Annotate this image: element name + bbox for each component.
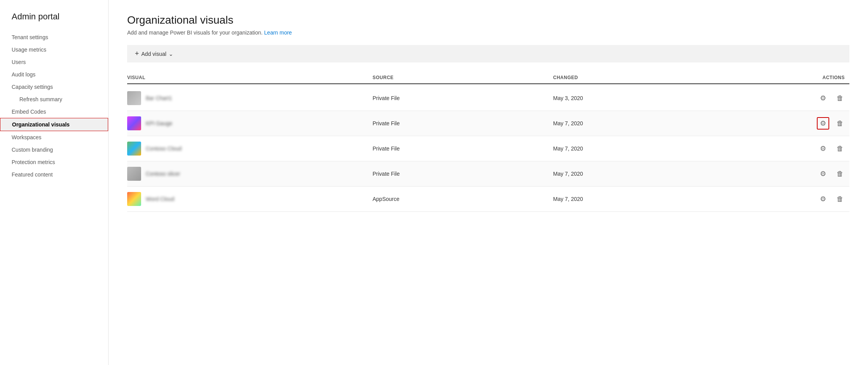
table-row: Contoso slicerPrivate FileMay 7, 2020⚙🗑 <box>127 161 849 187</box>
plus-icon: + <box>135 50 139 58</box>
sidebar-item-users[interactable]: Users <box>0 56 108 68</box>
sidebar-item-custom-branding[interactable]: Custom branding <box>0 144 108 156</box>
settings-button[interactable]: ⚙ <box>817 117 829 130</box>
table-row: Bar Chart1Private FileMay 3, 2020⚙🗑 <box>127 86 849 111</box>
source-cell: Private File <box>368 171 549 177</box>
header-changed: CHANGED <box>549 75 729 80</box>
delete-button[interactable]: 🗑 <box>834 168 846 180</box>
content-area: Organizational visuals Add and manage Po… <box>109 0 868 365</box>
visual-cell: Contoso slicer <box>127 167 368 181</box>
delete-button[interactable]: 🗑 <box>834 117 846 130</box>
toolbar: + Add visual ⌄ <box>127 45 849 62</box>
sidebar-item-workspaces[interactable]: Workspaces <box>0 131 108 144</box>
visual-icon <box>127 192 141 206</box>
actions-cell: ⚙🗑 <box>729 92 850 104</box>
actions-cell: ⚙🗑 <box>729 168 850 180</box>
sidebar-item-featured-content[interactable]: Featured content <box>0 168 108 181</box>
visual-cell: Contoso Cloud <box>127 142 368 156</box>
sidebar-item-audit-logs[interactable]: Audit logs <box>0 68 108 81</box>
learn-more-link[interactable]: Learn more <box>264 29 292 36</box>
source-cell: AppSource <box>368 196 549 202</box>
table-row: KPI GaugePrivate FileMay 7, 2020⚙🗑 <box>127 111 849 136</box>
visual-icon <box>127 142 141 156</box>
main-content: Admin portal Tenant settingsUsage metric… <box>0 0 868 365</box>
visual-icon <box>127 116 141 130</box>
sidebar-title: Admin portal <box>0 8 108 31</box>
changed-cell: May 7, 2020 <box>549 145 729 152</box>
header-actions: ACTIONS <box>729 75 850 80</box>
add-visual-button[interactable]: + Add visual ⌄ <box>135 50 173 58</box>
header-visual: VISUAL <box>127 75 368 80</box>
add-visual-label: Add visual <box>142 51 167 57</box>
visual-name: Contoso slicer <box>146 171 180 177</box>
sidebar-item-capacity-settings[interactable]: Capacity settings <box>0 81 108 93</box>
sidebar-item-embed-codes[interactable]: Embed Codes <box>0 106 108 118</box>
delete-button[interactable]: 🗑 <box>834 142 846 155</box>
sidebar: Admin portal Tenant settingsUsage metric… <box>0 0 109 365</box>
delete-button[interactable]: 🗑 <box>834 193 846 205</box>
visual-icon <box>127 91 141 105</box>
visual-name: KPI Gauge <box>146 120 173 126</box>
settings-button[interactable]: ⚙ <box>817 193 829 205</box>
delete-button[interactable]: 🗑 <box>834 92 846 104</box>
settings-button[interactable]: ⚙ <box>817 142 829 155</box>
source-cell: Private File <box>368 120 549 126</box>
visuals-table: VISUAL SOURCE CHANGED ACTIONS Bar Chart1… <box>127 72 849 212</box>
visual-name: Bar Chart1 <box>146 95 172 101</box>
changed-cell: May 7, 2020 <box>549 171 729 177</box>
visual-name: Contoso Cloud <box>146 145 182 152</box>
actions-cell: ⚙🗑 <box>729 117 850 130</box>
settings-button[interactable]: ⚙ <box>817 168 829 180</box>
header-source: SOURCE <box>368 75 549 80</box>
visual-cell: Word Cloud <box>127 192 368 206</box>
actions-cell: ⚙🗑 <box>729 193 850 205</box>
table-row: Contoso CloudPrivate FileMay 7, 2020⚙🗑 <box>127 136 849 161</box>
changed-cell: May 7, 2020 <box>549 120 729 126</box>
visual-cell: KPI Gauge <box>127 116 368 130</box>
changed-cell: May 7, 2020 <box>549 196 729 202</box>
page-title: Organizational visuals <box>127 14 849 26</box>
page-subtitle: Add and manage Power BI visuals for your… <box>127 29 849 36</box>
visual-name: Word Cloud <box>146 196 174 202</box>
settings-button[interactable]: ⚙ <box>817 92 829 104</box>
source-cell: Private File <box>368 145 549 152</box>
source-cell: Private File <box>368 95 549 101</box>
subtitle-text: Add and manage Power BI visuals for your… <box>127 29 262 36</box>
table-header: VISUAL SOURCE CHANGED ACTIONS <box>127 72 849 84</box>
actions-cell: ⚙🗑 <box>729 142 850 155</box>
sidebar-item-refresh-summary[interactable]: Refresh summary <box>0 93 108 106</box>
sidebar-item-protection-metrics[interactable]: Protection metrics <box>0 156 108 168</box>
table-row: Word CloudAppSourceMay 7, 2020⚙🗑 <box>127 187 849 212</box>
visual-cell: Bar Chart1 <box>127 91 368 105</box>
sidebar-item-usage-metrics[interactable]: Usage metrics <box>0 43 108 56</box>
visual-icon <box>127 167 141 181</box>
chevron-down-icon: ⌄ <box>169 51 173 57</box>
changed-cell: May 3, 2020 <box>549 95 729 101</box>
app-layout: Admin portal Tenant settingsUsage metric… <box>0 0 868 365</box>
sidebar-item-organizational-visuals[interactable]: Organizational visuals <box>0 118 108 131</box>
sidebar-item-tenant-settings[interactable]: Tenant settings <box>0 31 108 43</box>
